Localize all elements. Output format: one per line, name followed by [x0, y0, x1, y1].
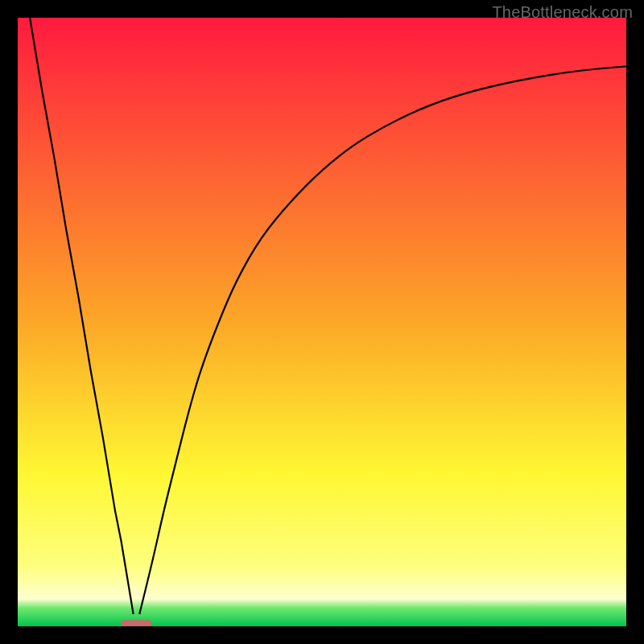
optimum-marker: [122, 620, 152, 626]
chart-background: [18, 18, 626, 626]
chart-frame: [18, 18, 626, 626]
watermark-text: TheBottleneck.com: [492, 3, 633, 22]
chart-svg: [18, 18, 626, 626]
